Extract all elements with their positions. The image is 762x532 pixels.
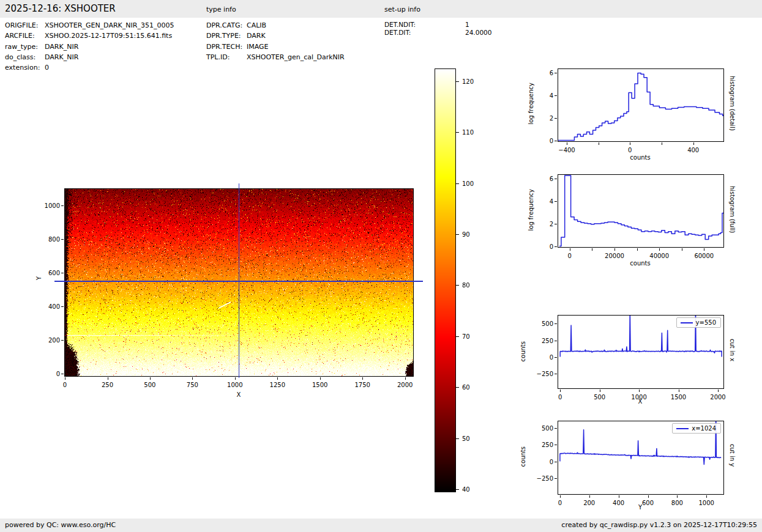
y-tick	[555, 462, 557, 462]
x-tick-label: 40000	[649, 253, 669, 259]
info-value: CALIB	[247, 20, 266, 31]
x-tick-label: 0	[628, 147, 632, 153]
header-bar: 2025-12-16: XSHOOTER type info set-up in…	[0, 0, 762, 18]
section-label-type-info: type info	[206, 6, 236, 13]
x-tick-label: 1000	[227, 382, 242, 388]
x-tick-label: 0	[558, 394, 562, 401]
x-tick-label: 0	[568, 253, 572, 259]
y-tick	[555, 95, 557, 96]
x-tick-label: 1500	[312, 382, 327, 388]
x-tick	[65, 377, 65, 380]
y-tick-label: 250	[542, 441, 553, 448]
x-tick	[235, 377, 236, 380]
x-tick	[405, 377, 406, 380]
histogram-full-plot: 02000040000600000246	[558, 174, 724, 248]
x-tick	[682, 248, 682, 251]
colorbar-tick	[455, 387, 459, 388]
x-tick	[589, 495, 590, 498]
y-tick-label: 4	[550, 92, 553, 99]
y-tick	[555, 141, 557, 141]
info-row: DPR.TECH:IMAGE	[206, 42, 345, 52]
colorbar-tick-label: 90	[462, 231, 470, 238]
cut-x-ylabel: counts	[520, 341, 526, 361]
y-tick-label: 0	[56, 370, 60, 377]
colorbar-tick	[455, 336, 459, 337]
x-tick	[108, 377, 108, 380]
x-tick-label: 400	[687, 147, 699, 153]
colorbar: 405060708090100110120	[435, 68, 456, 492]
section-label-setup-info: set-up info	[384, 6, 420, 13]
colorbar-tick-label: 80	[462, 282, 470, 289]
y-tick-label: 600	[48, 270, 60, 276]
x-tick	[630, 142, 630, 145]
y-tick-label: 200	[48, 337, 60, 344]
x-tick	[619, 495, 619, 498]
cut-in-x-plot: y=550 0500100015002000−2500250500	[558, 315, 724, 389]
y-tick	[555, 118, 557, 119]
colorbar-tick-label: 60	[462, 384, 470, 391]
y-tick	[61, 239, 64, 240]
y-tick-label: −250	[537, 370, 553, 377]
info-value: XSHOOTER_GEN_DARK_NIR_351_0005	[45, 20, 174, 31]
hist-full-xlabel: counts	[616, 260, 665, 267]
y-tick-label: 0	[550, 137, 553, 144]
main-plot-ylabel: Y	[35, 276, 42, 280]
y-tick	[555, 374, 557, 374]
info-label: DPR.CATG:	[206, 20, 247, 31]
x-tick	[637, 248, 638, 251]
x-tick	[639, 390, 640, 392]
page-title: 2025-12-16: XSHOOTER	[5, 3, 116, 14]
y-tick-label: 0	[550, 353, 553, 360]
info-label: extension:	[5, 62, 45, 73]
x-tick	[614, 248, 615, 251]
info-value: DARK	[247, 31, 266, 41]
colorbar-tick	[455, 81, 459, 82]
info-label: DPR.TECH:	[206, 42, 247, 52]
y-tick	[555, 246, 557, 247]
y-tick-label: 800	[48, 236, 60, 243]
x-tick-label: 750	[187, 382, 198, 388]
footer-powered-by: powered by QC: www.eso.org/HC	[5, 521, 116, 529]
footer-created-by: created by qc_rawdisp.py v1.2.3 on 2025-…	[561, 521, 757, 529]
x-tick	[560, 495, 561, 498]
histogram-detail-plot: −40004000246	[558, 68, 724, 142]
x-tick-label: 20000	[605, 253, 624, 259]
x-tick-label: 500	[594, 394, 605, 401]
info-row: ORIGFILE:XSHOOTER_GEN_DARK_NIR_351_0005	[5, 20, 174, 31]
x-tick	[662, 142, 662, 145]
info-row: raw_type:DARK_NIR	[5, 42, 174, 52]
hist-detail-ylabel: log frequency	[528, 83, 534, 125]
x-tick-label: 2000	[397, 382, 413, 388]
info-label: TPL.ID:	[206, 52, 247, 62]
y-tick-label: 6	[550, 70, 553, 76]
x-tick-label: 800	[671, 500, 683, 506]
type-info-table: DPR.CATG:CALIBDPR.TYPE:DARKDPR.TECH:IMAG…	[206, 20, 345, 62]
y-tick	[61, 340, 64, 341]
x-tick-label: 2000	[710, 394, 725, 401]
y-tick	[555, 445, 557, 445]
main-plot-xlabel: X	[214, 391, 263, 398]
info-label: ARCFILE:	[5, 31, 45, 41]
y-tick	[555, 73, 557, 73]
y-tick	[555, 224, 557, 224]
y-tick	[555, 478, 557, 479]
x-tick	[659, 248, 660, 251]
info-label: DPR.TYPE:	[206, 31, 247, 41]
x-tick	[570, 248, 570, 251]
info-row: DPR.CATG:CALIB	[206, 20, 345, 31]
x-tick	[718, 390, 719, 392]
colorbar-tick	[455, 234, 459, 235]
x-tick	[560, 390, 561, 392]
y-tick	[555, 201, 557, 202]
y-tick-label: 0	[550, 243, 553, 249]
y-tick	[61, 306, 64, 307]
y-tick-label: 500	[542, 425, 553, 432]
x-tick-label: 1000	[698, 500, 714, 506]
footer-bar: powered by QC: www.eso.org/HC created by…	[0, 519, 762, 532]
x-tick	[567, 142, 567, 145]
y-tick	[555, 179, 557, 179]
crosshair-horizontal	[54, 281, 423, 281]
x-tick	[150, 377, 151, 380]
qc-report-page: 2025-12-16: XSHOOTER type info set-up in…	[0, 0, 762, 532]
x-tick	[677, 495, 678, 498]
